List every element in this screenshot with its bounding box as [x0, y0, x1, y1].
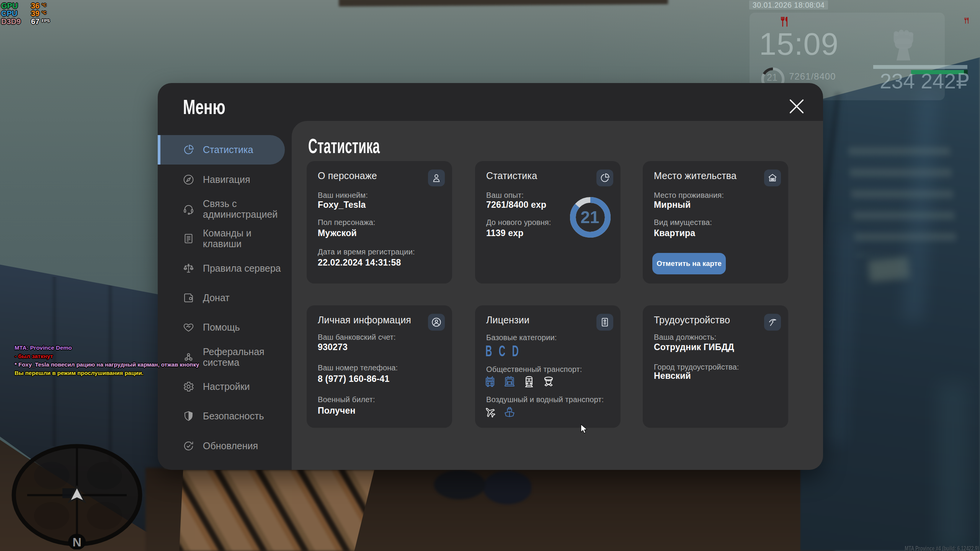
svg-text:N: N	[72, 535, 81, 549]
svg-text:21: 21	[581, 208, 599, 227]
svg-text:21: 21	[767, 72, 777, 83]
